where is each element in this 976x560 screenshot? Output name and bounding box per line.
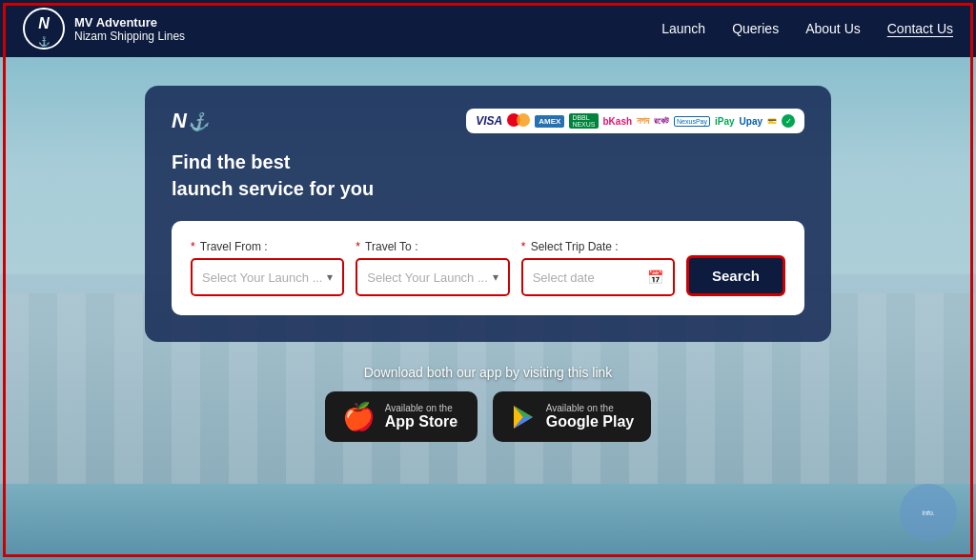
tagline: Find the best launch service for you bbox=[172, 149, 804, 202]
bkash-badge: bKash bbox=[603, 116, 633, 127]
appstore-button[interactable]: 🍎 Available on the App Store bbox=[325, 391, 478, 442]
form-fields: * Travel From : Select Your Launch ... ▾… bbox=[191, 240, 785, 296]
appstore-text: Available on the App Store bbox=[385, 403, 458, 430]
tagline-line2: launch service for you bbox=[172, 175, 804, 202]
travel-to-placeholder: Select Your Launch ... bbox=[367, 270, 487, 285]
travel-from-select[interactable]: Select Your Launch ... ▾ bbox=[191, 258, 344, 296]
nav-link-queries[interactable]: Queries bbox=[732, 21, 779, 36]
upay-badge: Upay bbox=[740, 116, 762, 127]
navbar: N MV Adventure Nizam Shipping Lines Laun… bbox=[0, 0, 976, 57]
main-content: N⚓ VISA AMEX DBBLNEXUS bKash নগদ রকেট Ne… bbox=[0, 57, 976, 442]
app-section: Download both our app by visiting this l… bbox=[325, 365, 651, 442]
logo-icon: N bbox=[23, 8, 65, 50]
travel-to-label-text: Travel To : bbox=[365, 240, 417, 253]
search-button[interactable]: Search bbox=[686, 255, 785, 296]
logo-line2: Nizam Shipping Lines bbox=[74, 30, 185, 43]
mastercard-badge bbox=[507, 113, 530, 129]
travel-to-required: * bbox=[356, 240, 360, 253]
travel-from-label: * Travel From : bbox=[191, 240, 344, 253]
googleplay-name: Google Play bbox=[546, 413, 634, 430]
travel-to-select[interactable]: Select Your Launch ... ▾ bbox=[356, 258, 509, 296]
payment-logos: VISA AMEX DBBLNEXUS bKash নগদ রকেট Nexus… bbox=[466, 109, 804, 133]
ipay-badge: iPay bbox=[715, 116, 735, 127]
app-buttons: 🍎 Available on the App Store Available o… bbox=[325, 391, 651, 442]
app-download-text: Download both our app by visiting this l… bbox=[364, 365, 613, 380]
appstore-available: Available on the bbox=[385, 403, 458, 413]
card-logo: N⚓ bbox=[172, 109, 210, 133]
trip-date-group: * Select Trip Date : Select date 📅 bbox=[521, 240, 675, 296]
google-play-icon bbox=[510, 404, 537, 430]
travel-to-chevron-icon: ▾ bbox=[493, 270, 498, 284]
ok-badge: ✓ bbox=[782, 114, 795, 128]
card-header: N⚓ VISA AMEX DBBLNEXUS bKash নগদ রকেট Ne… bbox=[172, 109, 804, 133]
nav-link-launch[interactable]: Launch bbox=[661, 21, 705, 36]
trip-date-input[interactable]: Select date 📅 bbox=[521, 258, 675, 296]
trip-date-label: * Select Trip Date : bbox=[521, 240, 675, 253]
wallet-badge: 💳 bbox=[767, 117, 777, 126]
calendar-icon: 📅 bbox=[647, 270, 663, 285]
travel-from-label-text: Travel From : bbox=[200, 240, 268, 253]
rocket-badge: রকেট bbox=[654, 116, 669, 127]
travel-from-placeholder: Select Your Launch ... bbox=[202, 270, 322, 285]
appstore-name: App Store bbox=[385, 413, 458, 430]
travel-from-required: * bbox=[191, 240, 195, 253]
apple-icon: 🍎 bbox=[342, 401, 376, 432]
travel-to-group: * Travel To : Select Your Launch ... ▾ bbox=[356, 240, 509, 296]
googleplay-available: Available on the bbox=[546, 403, 634, 413]
amex-badge: AMEX bbox=[535, 115, 564, 128]
trip-date-required: * bbox=[521, 240, 526, 253]
trip-date-label-text: Select Trip Date : bbox=[531, 240, 619, 253]
nagad-badge: নগদ bbox=[637, 115, 649, 127]
logo-area: N MV Adventure Nizam Shipping Lines bbox=[23, 8, 185, 50]
googleplay-text: Available on the Google Play bbox=[546, 403, 634, 430]
travel-to-label: * Travel To : bbox=[356, 240, 509, 253]
googleplay-button[interactable]: Available on the Google Play bbox=[493, 391, 651, 442]
logo-text: MV Adventure Nizam Shipping Lines bbox=[74, 15, 185, 43]
logo-line1: MV Adventure bbox=[74, 15, 185, 30]
travel-from-chevron-icon: ▾ bbox=[327, 270, 333, 284]
nav-links: Launch Queries About Us Contact Us bbox=[661, 21, 953, 36]
watermark: Info. bbox=[900, 484, 957, 541]
nav-link-about[interactable]: About Us bbox=[805, 21, 861, 36]
search-card: N⚓ VISA AMEX DBBLNEXUS bKash নগদ রকেট Ne… bbox=[145, 86, 831, 342]
travel-from-group: * Travel From : Select Your Launch ... ▾ bbox=[191, 240, 344, 296]
nexuspay-badge: NexusPay bbox=[674, 116, 710, 127]
trip-date-placeholder: Select date bbox=[533, 270, 595, 285]
nav-link-contact[interactable]: Contact Us bbox=[887, 21, 953, 36]
search-form-container: * Travel From : Select Your Launch ... ▾… bbox=[172, 221, 804, 315]
dbbl-badge: DBBLNEXUS bbox=[569, 113, 598, 129]
visa-badge: VISA bbox=[476, 114, 502, 128]
tagline-line1: Find the best bbox=[172, 149, 804, 175]
